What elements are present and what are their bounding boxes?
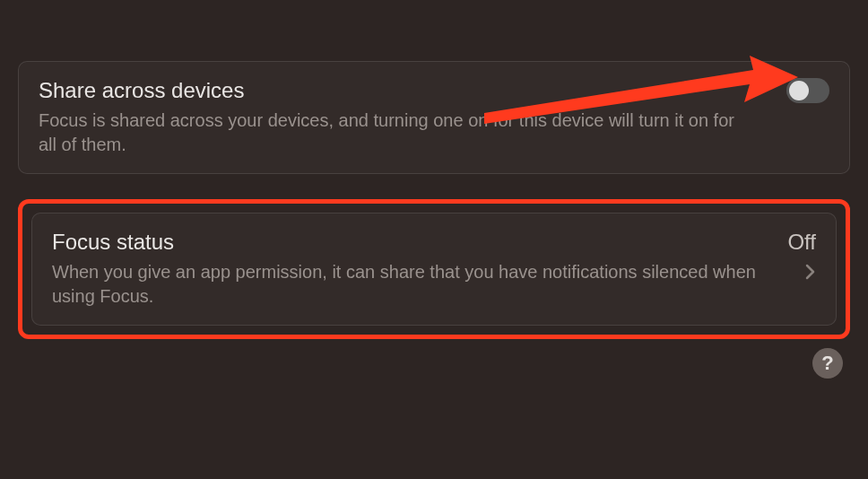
chevron-right-icon — [805, 262, 816, 285]
share-toggle[interactable] — [786, 78, 829, 103]
focus-status-value-container: Off — [787, 230, 816, 285]
help-button[interactable]: ? — [812, 348, 843, 379]
share-title: Share across devices — [39, 78, 829, 103]
help-icon: ? — [821, 352, 833, 375]
share-description: Focus is shared across your devices, and… — [39, 109, 747, 157]
focus-status-description: When you give an app permission, it can … — [52, 260, 760, 309]
focus-status-value: Off — [787, 230, 816, 255]
focus-status-title: Focus status — [52, 230, 816, 255]
focus-status-row[interactable]: Focus status When you give an app permis… — [31, 213, 837, 326]
share-across-devices-row: Share across devices Focus is shared acr… — [18, 61, 850, 174]
focus-status-highlight: Focus status When you give an app permis… — [18, 199, 850, 339]
toggle-knob — [789, 81, 809, 100]
